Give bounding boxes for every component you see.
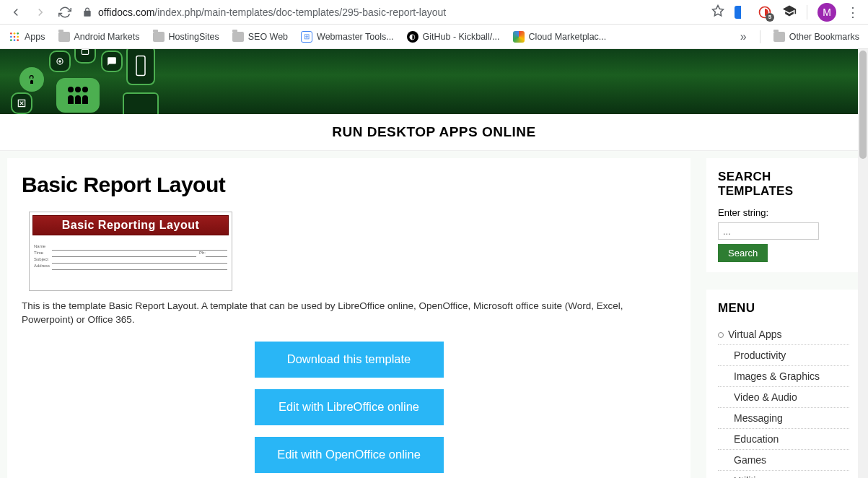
svg-point-11 — [58, 60, 61, 63]
search-heading: SEARCH TEMPLATES — [718, 170, 849, 199]
apps-icon — [9, 31, 20, 43]
extension-badge: 5 — [766, 13, 774, 22]
address-bar[interactable]: offidocs.com/index.php/main-templates/do… — [82, 2, 701, 22]
bookmark-folder[interactable]: HostingSites — [153, 32, 219, 42]
star-icon[interactable] — [711, 4, 724, 20]
search-label: Enter string: — [718, 207, 849, 218]
favicon: ⊞ — [301, 31, 312, 43]
svg-point-3 — [14, 32, 16, 35]
menu-child-item[interactable]: Messaging — [718, 407, 849, 428]
menu-child-item[interactable]: Video & Audio — [718, 386, 849, 407]
menu-parent-item[interactable]: Virtual Apps — [718, 324, 849, 344]
download-button[interactable]: Download this template — [255, 342, 444, 378]
banner-graphic — [4, 49, 170, 114]
menu-child-item[interactable]: Productivity — [718, 344, 849, 365]
bookmark-overflow-icon[interactable]: » — [740, 30, 747, 43]
svg-point-5 — [10, 35, 12, 38]
svg-point-6 — [14, 35, 16, 38]
svg-rect-13 — [82, 49, 88, 54]
edit-libreoffice-button[interactable]: Edit with LibreOffice online — [255, 389, 444, 425]
menu-heading: MENU — [718, 301, 849, 316]
tagline: RUN DESKTOP APPS ONLINE — [0, 114, 868, 151]
svg-point-9 — [14, 39, 16, 41]
apps-shortcut[interactable]: Apps — [9, 31, 45, 43]
browser-menu-icon[interactable]: ⋮ — [846, 4, 859, 20]
svg-point-15 — [75, 87, 81, 92]
scrollbar-thumb[interactable] — [859, 51, 867, 159]
bookmark-folder[interactable]: Android Markets — [58, 32, 140, 42]
thumbnail-title: Basic Reporting Layout — [32, 215, 229, 235]
search-input[interactable] — [718, 222, 819, 240]
site-banner — [0, 49, 868, 114]
separator — [807, 5, 807, 19]
search-button[interactable]: Search — [718, 244, 768, 262]
other-bookmarks[interactable]: Other Bookmarks — [773, 32, 859, 42]
edit-openoffice-button[interactable]: Edit with OpenOffice online — [255, 437, 444, 473]
forward-button[interactable] — [33, 5, 48, 19]
svg-point-10 — [17, 39, 19, 41]
page-content: RUN DESKTOP APPS ONLINE Basic Report Lay… — [0, 49, 868, 478]
svg-rect-17 — [136, 56, 145, 75]
browser-toolbar: offidocs.com/index.php/main-templates/do… — [0, 0, 868, 25]
separator — [760, 30, 760, 43]
folder-icon — [773, 32, 785, 42]
menu-child-item[interactable]: Education — [718, 428, 849, 449]
description: This is the template Basic Report Layout… — [22, 300, 676, 327]
menu-child-item[interactable]: Utilities — [718, 470, 849, 478]
svg-point-2 — [10, 32, 12, 35]
svg-point-16 — [82, 87, 88, 92]
favicon — [513, 31, 525, 43]
menu-child-item[interactable]: Images & Graphics — [718, 365, 849, 386]
sidebar: SEARCH TEMPLATES Enter string: Search ME… — [706, 158, 861, 478]
scrollbar[interactable] — [858, 49, 868, 478]
url-text: offidocs.com/index.php/main-templates/do… — [98, 6, 446, 18]
svg-point-14 — [68, 87, 74, 92]
extension-icon-1[interactable] — [735, 6, 748, 19]
profile-avatar[interactable]: M — [817, 3, 836, 22]
lock-icon — [82, 7, 92, 17]
folder-icon — [232, 32, 244, 42]
search-box: SEARCH TEMPLATES Enter string: Search — [706, 158, 861, 272]
menu-child-item[interactable]: Games — [718, 449, 849, 470]
svg-point-8 — [10, 39, 12, 41]
bookmark-folder[interactable]: SEO Web — [232, 32, 288, 42]
bookmark-link[interactable]: Cloud Marketplac... — [513, 31, 607, 43]
thumbnail-body: Name TimePh: Subject Address — [30, 238, 232, 270]
folder-icon — [153, 32, 165, 42]
folder-icon — [58, 32, 70, 42]
bookmark-link[interactable]: ◐GitHub - Kickball/... — [407, 31, 500, 43]
apps-label: Apps — [25, 32, 45, 42]
extension-icon-3[interactable] — [782, 4, 797, 21]
main-column: Basic Report Layout Basic Reporting Layo… — [7, 158, 691, 478]
svg-marker-0 — [713, 5, 724, 15]
svg-point-7 — [17, 35, 19, 38]
template-thumbnail[interactable]: Basic Reporting Layout Name TimePh: Subj… — [29, 212, 232, 291]
bookmark-link[interactable]: ⊞Webmaster Tools... — [301, 31, 394, 43]
extension-icon-2[interactable]: 5 — [758, 5, 772, 19]
favicon: ◐ — [407, 31, 418, 43]
svg-point-4 — [17, 32, 19, 35]
back-button[interactable] — [9, 5, 23, 19]
bookmark-bar: Apps Android Markets HostingSites SEO We… — [0, 25, 868, 49]
reload-button[interactable] — [58, 5, 72, 19]
menu-box: MENU Virtual Apps Productivity Images & … — [706, 290, 861, 478]
page-title: Basic Report Layout — [22, 173, 676, 197]
